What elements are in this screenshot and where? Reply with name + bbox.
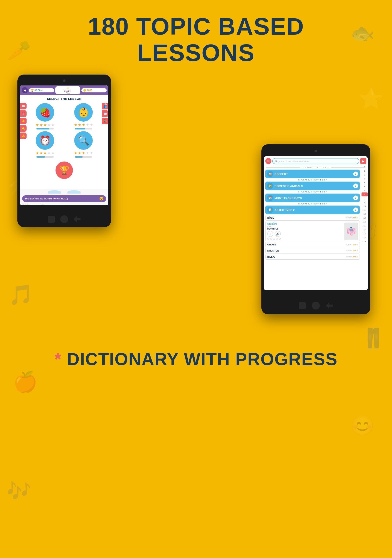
star: ★: [47, 151, 51, 155]
left-tablet-camera: [63, 79, 66, 82]
word-card-bose[interactable]: BÖSE LEARNT 59% ℹ: [265, 215, 360, 221]
adjectives-arrow[interactable]: ▶: [353, 208, 358, 212]
drunten-info-icon: ℹ: [357, 250, 358, 252]
sun-icon-btn[interactable]: ☀️: [20, 118, 26, 124]
star-action[interactable]: ☆: [267, 231, 273, 237]
search-placeholder: START TYPING TO SEARCH A WORD: [279, 160, 309, 162]
thumb-icon-btn[interactable]: 👍: [20, 132, 26, 139]
right-tablet-buttons: [299, 302, 333, 310]
num-5[interactable]: 5: [361, 185, 368, 189]
num-17[interactable]: 17: [361, 232, 368, 236]
lesson-card-3[interactable]: ⏰ ★ ★ ★ ★ ★: [26, 131, 63, 157]
adjectives-icon: 📝: [267, 207, 273, 213]
home-button[interactable]: [48, 216, 55, 223]
lesson-list: 🍰 DESSERT ▶ 16 WORDS, SHOW THE LIST 🐱 DO…: [264, 170, 361, 260]
bose-german: BÖSE: [267, 217, 274, 219]
scissors-icon-btn[interactable]: ✂️: [20, 110, 26, 117]
num-12[interactable]: 12: [361, 212, 368, 216]
lesson-card-1[interactable]: 🍓 ★ ★ ★ ★ ★: [26, 103, 63, 130]
scroll-up[interactable]: [104, 103, 107, 105]
scrollbar[interactable]: [105, 103, 107, 192]
level-label-text: LESSONS OF 7 LEVEL: [301, 166, 330, 168]
dot-5: [279, 238, 281, 240]
side-icons-left: 📖 ✂️ ☀️ 🔔 👍: [20, 103, 26, 139]
title-line2: LESSONS: [137, 39, 255, 66]
lesson-card-4[interactable]: 🔍 ★ ★ ★ ★ ★: [65, 131, 102, 157]
num-16[interactable]: 16: [361, 228, 368, 232]
bose-pct: 59%: [353, 217, 357, 219]
num-7-active[interactable]: 7: [361, 192, 368, 196]
video-button[interactable]: ▶: [360, 158, 366, 164]
footer-text: DICTIONARY WITH PROGRESS: [67, 349, 338, 369]
word-card-billig[interactable]: BILLIG LEARNT 84% ℹ: [265, 254, 360, 260]
lesson-row-months[interactable]: 📅 MONTHS AND DAYS ▶: [265, 193, 360, 202]
lesson-icon-clock: ⏰: [36, 131, 54, 150]
lesson-row-animals[interactable]: 🐱 DOMESTIC ANIMALS ▶: [265, 182, 360, 190]
animals-arrow[interactable]: ▶: [353, 183, 358, 188]
gross-info-icon: ℹ: [357, 244, 358, 246]
version: V9.341: [40, 203, 44, 205]
select-lesson-label: SELECT THE LESSON: [47, 97, 81, 100]
home-circle-button-r[interactable]: [312, 302, 320, 310]
lesson-row-adjectives[interactable]: 📝 ADJECTIVES 2 ▶: [265, 206, 360, 214]
num-13[interactable]: 13: [361, 216, 368, 220]
lesson-stars-3: ★ ★ ★ ★ ★: [35, 151, 55, 155]
star: ★: [82, 151, 85, 155]
lesson-stars-1: ★ ★ ★ ★ ★: [35, 122, 55, 127]
fps: 58.77 FPS: [22, 203, 29, 205]
num-2[interactable]: 2: [361, 173, 368, 177]
months-arrow[interactable]: ▶: [353, 195, 358, 200]
home-circle-button[interactable]: [60, 215, 68, 223]
num-8[interactable]: 8: [361, 196, 368, 200]
adjectives-label: ADJECTIVES 2: [275, 208, 353, 212]
star: ★: [39, 122, 43, 127]
left-screen-content: ◀ 🏆 30:00 + ⚡ 3152 + FULL 🪙 2885 SELECT …: [20, 86, 108, 205]
star: ★: [47, 122, 51, 127]
num-4[interactable]: 4: [361, 181, 368, 185]
lesson-stars-4: ★ ★ ★ ★ ★: [74, 151, 93, 155]
progress-text: YOU LEARNT 692 WORDS (0% OF SKILL): [25, 198, 68, 200]
back-nav-button-r[interactable]: [326, 302, 333, 309]
back-button[interactable]: ◀: [22, 87, 28, 93]
drunten-german: DRUNTEN: [267, 249, 279, 252]
num-15[interactable]: 15: [361, 224, 368, 228]
bell-icon-btn[interactable]: 🔔: [20, 125, 26, 132]
num-10[interactable]: 10: [361, 204, 368, 208]
right-tablet: ✕ 🔍 START TYPING TO SEARCH A WORD ▶ LESS…: [261, 144, 370, 314]
wave-left: [48, 190, 61, 193]
num-18[interactable]: 18: [361, 236, 368, 240]
num-6[interactable]: 6: [361, 189, 368, 192]
num-3[interactable]: 3: [361, 177, 368, 181]
progress-fill: [36, 156, 45, 157]
months-label: MONTHS AND DAYS: [275, 196, 353, 200]
book-icon-btn[interactable]: 📖: [20, 103, 26, 109]
scroll-thumb[interactable]: [105, 106, 107, 108]
star: ★: [78, 122, 81, 127]
left-tablet: ◀ 🏆 30:00 + ⚡ 3152 + FULL 🪙 2885 SELECT …: [17, 75, 111, 227]
word-card-gross[interactable]: GROß LEARNT 98% ℹ: [265, 242, 360, 247]
star: ★: [78, 151, 81, 155]
search-bar: ✕ 🔍 START TYPING TO SEARCH A WORD ▶: [264, 156, 368, 166]
dessert-sub: 16 WORDS, SHOW THE LIST: [265, 179, 360, 181]
word-card-drunten[interactable]: DRUNTEN LEARNT 78% ℹ: [265, 248, 360, 253]
lesson-card-2[interactable]: 👶 ★ ★ ★ ★ ★: [65, 103, 102, 130]
bose-info-icon: ℹ: [357, 217, 358, 219]
num-1[interactable]: 1: [361, 169, 368, 173]
word-card-schon[interactable]: SCHÖN [ʃøːn] BEAUTIFUL ☆ 🔊: [265, 221, 360, 241]
billig-learnt: LEARNT 84% ℹ: [345, 256, 358, 258]
progress-fill: [75, 128, 85, 130]
num-14[interactable]: 14: [361, 220, 368, 224]
lesson-row-dessert[interactable]: 🍰 DESSERT ▶: [265, 170, 360, 178]
num-9[interactable]: 9: [361, 200, 368, 204]
star: ★: [35, 151, 39, 155]
num-19[interactable]: 19: [361, 240, 368, 244]
num-11[interactable]: 11: [361, 208, 368, 212]
search-input[interactable]: 🔍 START TYPING TO SEARCH A WORD: [272, 158, 359, 164]
dessert-arrow[interactable]: ▶: [353, 172, 358, 176]
fps-version: 58.77 FPS V9.341: [20, 203, 108, 205]
speaker-action[interactable]: 🔊: [275, 231, 281, 237]
home-button-r[interactable]: [299, 302, 306, 309]
back-nav-button[interactable]: [74, 216, 81, 223]
close-button[interactable]: ✕: [265, 158, 271, 164]
wave-right: [67, 190, 81, 193]
